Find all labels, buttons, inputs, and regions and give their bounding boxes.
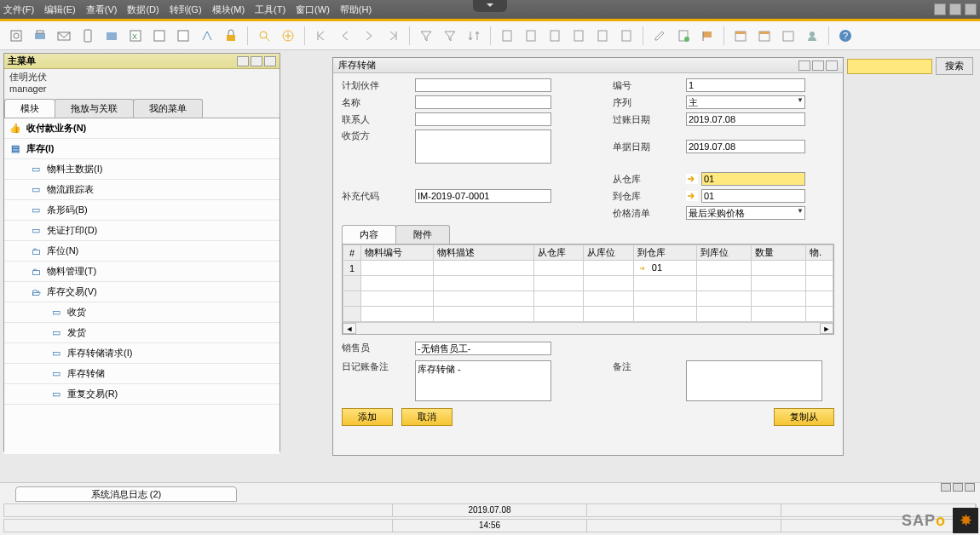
col-itemcode[interactable]: 物料编号 — [361, 245, 434, 261]
menu-data[interactable]: 数据(D) — [127, 3, 159, 16]
tab-dragdrop[interactable]: 拖放与关联 — [55, 99, 134, 118]
tab-attachment[interactable]: 附件 — [395, 225, 450, 244]
last-icon[interactable] — [383, 26, 402, 45]
window-minimize-icon[interactable] — [934, 3, 946, 15]
tree-voucher-print[interactable]: ▭凭证打印(D) — [4, 221, 280, 241]
tree-barcode[interactable]: ▭条形码(B) — [4, 200, 280, 221]
search-button[interactable]: 搜索 — [936, 57, 973, 75]
find-icon[interactable] — [255, 26, 274, 45]
print-icon[interactable] — [31, 26, 49, 45]
form-maximize-icon[interactable] — [812, 60, 824, 71]
name-field[interactable] — [415, 95, 551, 109]
tree-inv-trans[interactable]: 🗁库存交易(V) — [4, 282, 280, 302]
add-button[interactable]: 添加 — [342, 408, 393, 426]
window-maximize-icon[interactable] — [949, 3, 961, 15]
tree-inventory-transfer[interactable]: ▭库存转储 — [4, 364, 280, 384]
tab-content[interactable]: 内容 — [342, 225, 396, 244]
tree-transfer-request[interactable]: ▭库存转储请求(I) — [4, 343, 280, 364]
first-icon[interactable] — [312, 26, 331, 45]
receiver-field[interactable] — [415, 129, 551, 164]
sort-icon[interactable] — [464, 26, 483, 45]
person-icon[interactable] — [803, 26, 821, 45]
flag-icon[interactable] — [698, 26, 717, 45]
form-close-icon[interactable] — [826, 60, 838, 71]
syslog-button[interactable]: 系统消息日志 (2) — [15, 486, 237, 502]
journal-field[interactable] — [415, 360, 551, 401]
tab-mymenu[interactable]: 我的菜单 — [133, 99, 203, 118]
tree-inventory[interactable]: ▤ 库存(I) — [4, 139, 280, 159]
filter-icon[interactable] — [417, 26, 435, 45]
scroll-left-icon[interactable]: ◄ — [343, 323, 356, 334]
table-row[interactable] — [343, 276, 833, 291]
tree-payments[interactable]: 👍 收付款业务(N) — [4, 118, 280, 139]
col-towh[interactable]: 到仓库 — [633, 245, 697, 261]
remark-field[interactable] — [686, 360, 822, 401]
lock-icon[interactable] — [222, 26, 240, 45]
edit-icon[interactable] — [650, 26, 669, 45]
menu-module[interactable]: 模块(M) — [212, 3, 245, 16]
contact-field[interactable] — [415, 112, 551, 126]
tree-item-mgmt[interactable]: 🗀物料管理(T) — [4, 262, 280, 282]
menu-help[interactable]: 帮助(H) — [340, 3, 372, 16]
menu-view[interactable]: 查看(V) — [86, 3, 118, 16]
table-row[interactable]: 1 01 — [343, 261, 833, 276]
sms-icon[interactable] — [78, 26, 97, 45]
panel-close-icon[interactable] — [264, 56, 276, 66]
tree-goods-receipt[interactable]: ▭收货 — [4, 302, 280, 323]
doc3-icon[interactable] — [545, 26, 564, 45]
col-itemdesc[interactable]: 物料描述 — [434, 245, 533, 261]
fax-icon[interactable] — [102, 26, 121, 45]
excel-icon[interactable]: X — [126, 26, 145, 45]
cal1-icon[interactable] — [731, 26, 750, 45]
menu-tools[interactable]: 工具(T) — [255, 3, 285, 16]
tree-bin[interactable]: 🗀库位(N) — [4, 241, 280, 262]
scroll-right-icon[interactable]: ► — [820, 323, 833, 334]
cancel-button[interactable]: 取消 — [401, 408, 453, 426]
postdate-field[interactable] — [686, 112, 805, 126]
doc4-icon[interactable] — [569, 26, 588, 45]
mail-icon[interactable] — [55, 26, 73, 45]
panel-maximize-icon[interactable] — [251, 56, 262, 66]
docdate-field[interactable] — [686, 140, 805, 153]
doc1-icon[interactable] — [498, 26, 516, 45]
arrow-right-icon[interactable] — [686, 174, 698, 184]
help-icon[interactable]: ? — [836, 26, 855, 45]
menu-window[interactable]: 窗口(W) — [296, 3, 330, 16]
corner-gear-icon[interactable]: ✸ — [953, 508, 978, 533]
prev-icon[interactable] — [336, 26, 355, 45]
partner-field[interactable] — [415, 78, 551, 92]
search-input[interactable] — [847, 59, 932, 74]
pricelist-field[interactable] — [686, 206, 805, 220]
preview-icon[interactable] — [7, 26, 26, 45]
tab-modules[interactable]: 模块 — [4, 99, 55, 118]
menu-file[interactable]: 文件(F) — [3, 3, 34, 16]
form-minimize-icon[interactable] — [798, 60, 810, 71]
word-icon[interactable] — [150, 26, 169, 45]
cal2-icon[interactable] — [755, 26, 774, 45]
pdf-icon[interactable] — [174, 26, 193, 45]
col-tobin[interactable]: 到库位 — [697, 245, 752, 261]
add-icon[interactable] — [279, 26, 297, 45]
tree-goods-issue[interactable]: ▭发货 — [4, 323, 280, 343]
series-field[interactable] — [686, 95, 805, 109]
tree-recurring-trans[interactable]: ▭重复交易(R) — [4, 384, 280, 405]
fillcode-field[interactable] — [415, 189, 551, 203]
doc6-icon[interactable] — [617, 26, 636, 45]
col-rownum[interactable]: # — [343, 245, 361, 261]
arrow-right-icon[interactable] — [686, 191, 698, 201]
panel-minimize-icon[interactable] — [237, 56, 249, 66]
table-row[interactable] — [343, 291, 833, 307]
new-doc-icon[interactable] — [674, 26, 693, 45]
status-max-icon[interactable] — [953, 483, 963, 492]
no-field[interactable] — [686, 78, 805, 92]
col-qty[interactable]: 数量 — [752, 245, 806, 261]
cal3-icon[interactable] — [779, 26, 798, 45]
tree-logistics-track[interactable]: ▭物流跟踪表 — [4, 180, 280, 200]
table-scrollbar[interactable]: ◄ ► — [343, 322, 833, 334]
filter2-icon[interactable] — [441, 26, 459, 45]
status-min-icon[interactable] — [941, 483, 951, 492]
tree-item-master[interactable]: ▭物料主数据(I) — [4, 159, 280, 180]
status-close-icon[interactable] — [965, 483, 975, 492]
doc5-icon[interactable] — [593, 26, 612, 45]
sales-field[interactable] — [415, 342, 551, 355]
